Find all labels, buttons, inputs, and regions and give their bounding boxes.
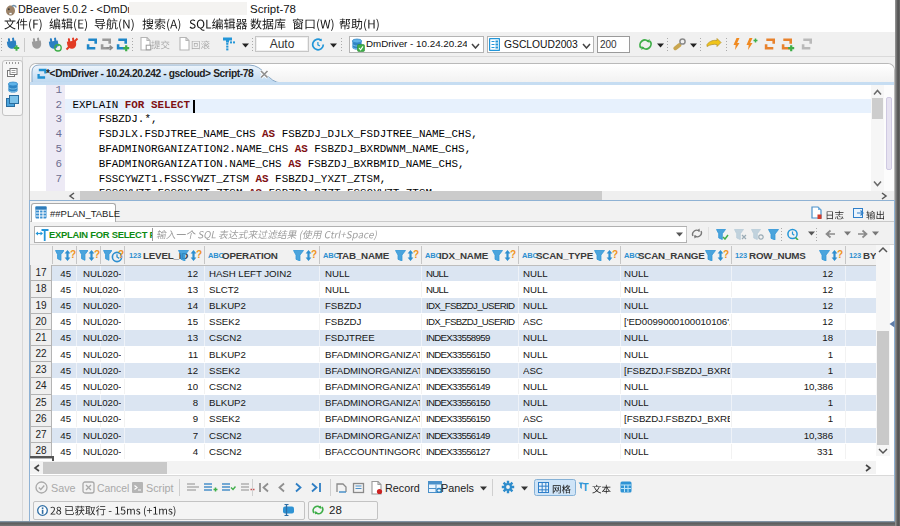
svg-text:T: T <box>583 482 589 492</box>
